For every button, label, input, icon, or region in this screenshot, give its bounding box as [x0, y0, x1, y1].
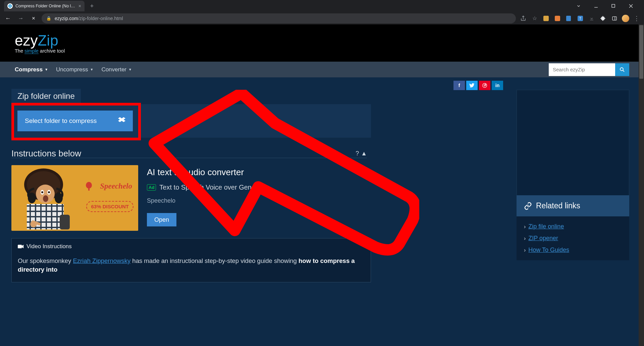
svg-rect-3 — [612, 4, 615, 7]
dropdown-icon[interactable] — [571, 1, 586, 11]
related-links-panel: Related links ›Zip file online ›ZIP open… — [517, 195, 629, 260]
svg-point-25 — [28, 193, 36, 203]
ad-open-button[interactable]: Open — [147, 213, 176, 226]
instructions-heading-row: Instructions below ? ▲ — [11, 148, 367, 159]
related-link-1[interactable]: ZIP opener — [528, 235, 558, 242]
tab-close-icon[interactable]: × — [78, 3, 81, 9]
extensions-icon[interactable] — [599, 14, 607, 22]
share-facebook[interactable]: f — [453, 81, 465, 90]
svg-rect-12 — [612, 16, 616, 20]
related-item: ›ZIP opener — [524, 235, 622, 242]
ad-person-illustration — [13, 168, 80, 229]
minimize-button[interactable] — [588, 1, 604, 11]
search-input[interactable] — [549, 63, 615, 76]
omnibox[interactable]: 🔒 ezyzip.com/zip-folder-online.html — [42, 13, 516, 23]
page-title: Zip folder online — [11, 89, 81, 103]
svg-point-23 — [48, 191, 50, 193]
ext-icon-2[interactable] — [553, 14, 561, 22]
browser-tab[interactable]: Compress Folder Online (No limi × — [4, 1, 85, 11]
share-buttons: f in — [453, 81, 503, 90]
ext-icon-4[interactable]: T — [576, 14, 584, 22]
ad-area: Speechelo 63% DISCOUNT AI text to audio … — [11, 165, 371, 235]
select-folder-button[interactable]: Select folder to compress — [17, 111, 133, 131]
dropbox-icon — [118, 117, 125, 126]
ad-image[interactable]: Speechelo 63% DISCOUNT — [11, 165, 138, 231]
instructions-toggle[interactable]: ? ▲ — [356, 150, 367, 157]
tab-bar: Compress Folder Online (No limi × + — [0, 0, 644, 12]
new-tab-button[interactable]: + — [87, 1, 97, 11]
tab-title: Compress Folder Online (No limi — [15, 4, 76, 8]
svg-point-34 — [86, 182, 92, 189]
svg-rect-7 — [555, 16, 560, 21]
logo-tagline: The simple archive tool — [15, 48, 65, 54]
ad-discount-badge: 63% DISCOUNT — [86, 201, 133, 212]
nav-uncompress[interactable]: Uncompress▼ — [56, 66, 93, 73]
related-list: ›Zip file online ›ZIP opener ›How To Gui… — [517, 216, 629, 260]
svg-rect-35 — [88, 188, 90, 191]
toolbar-right: ☆ T ⋮ — [519, 14, 641, 22]
video-paragraph: Our spokesmonkey Ezriah Zippernowsky has… — [18, 257, 365, 274]
share-linkedin[interactable]: in — [492, 81, 503, 90]
ext-icon-3[interactable] — [565, 14, 573, 22]
maximize-button[interactable] — [606, 1, 621, 11]
video-heading: Video Instructions — [18, 243, 365, 250]
nav-compress[interactable]: Compress▼ — [15, 66, 48, 73]
ad-subtitle-row: Ad Text to Speech Voice over Generator — [147, 184, 371, 191]
spokesmonkey-link[interactable]: Ezriah Zippernowsky — [73, 257, 131, 264]
window-controls — [571, 1, 641, 11]
chevron-down-icon: ▼ — [90, 68, 93, 71]
site-logo[interactable]: ezyZip The simple archive tool — [15, 32, 65, 54]
bookmark-star-icon[interactable]: ☆ — [531, 14, 539, 22]
lock-icon: 🔒 — [46, 16, 51, 21]
svg-line-15 — [623, 70, 624, 71]
window-close-button[interactable] — [623, 1, 639, 11]
download-icon[interactable] — [588, 14, 596, 22]
svg-rect-36 — [18, 245, 22, 249]
back-button[interactable]: ← — [3, 14, 13, 23]
search-button[interactable] — [615, 63, 629, 76]
instructions-heading: Instructions below — [11, 148, 81, 159]
scrollbar-thumb[interactable] — [639, 25, 643, 79]
related-heading: Related links — [517, 195, 629, 216]
related-link-2[interactable]: How To Guides — [528, 247, 569, 254]
scrollbar[interactable] — [639, 24, 644, 346]
forward-button[interactable]: → — [16, 14, 25, 23]
chevron-up-icon: ▲ — [361, 150, 367, 157]
profile-avatar[interactable] — [622, 15, 629, 22]
video-instructions-box: Video Instructions Our spokesmonkey Ezri… — [11, 238, 371, 282]
chevron-right-icon: › — [524, 235, 526, 241]
share-pinterest[interactable] — [479, 81, 490, 90]
ext-icon-1[interactable] — [542, 14, 550, 22]
search-icon — [619, 67, 625, 73]
share-icon[interactable] — [519, 14, 527, 22]
mic-icon — [85, 182, 93, 191]
ad-badge: Ad — [147, 184, 156, 191]
svg-point-24 — [43, 195, 48, 202]
url-text: ezyzip.com/zip-folder-online.html — [55, 16, 123, 21]
site-header: ezyZip The simple archive tool — [0, 24, 644, 61]
related-item: ›Zip file online — [524, 223, 622, 230]
page-content: ezyZip The simple archive tool Compress▼… — [0, 24, 644, 346]
svg-point-26 — [55, 193, 63, 203]
address-bar: ← → × 🔒 ezyzip.com/zip-folder-online.htm… — [0, 12, 644, 24]
svg-rect-11 — [590, 20, 593, 20]
svg-point-1 — [9, 5, 11, 7]
svg-point-21 — [41, 191, 43, 193]
upload-area: Select folder to compress — [11, 104, 371, 138]
share-twitter[interactable] — [466, 81, 478, 90]
ad-brand: Speechelo — [100, 182, 132, 191]
sidepanel-icon[interactable] — [610, 14, 619, 22]
svg-point-14 — [620, 68, 623, 71]
svg-rect-31 — [60, 215, 70, 229]
chevron-down-icon: ▼ — [128, 68, 132, 71]
divider — [11, 158, 367, 158]
related-link-0[interactable]: Zip file online — [528, 223, 564, 230]
nav-converter[interactable]: Converter▼ — [101, 66, 132, 73]
ad-subtitle: Text to Speech Voice over Generator — [159, 184, 269, 191]
search-group — [549, 63, 629, 76]
menu-kebab-icon[interactable]: ⋮ — [633, 15, 641, 22]
link-icon — [524, 202, 532, 210]
stop-reload-button[interactable]: × — [29, 14, 38, 23]
chevron-right-icon: › — [524, 247, 526, 253]
svg-rect-6 — [543, 16, 549, 21]
